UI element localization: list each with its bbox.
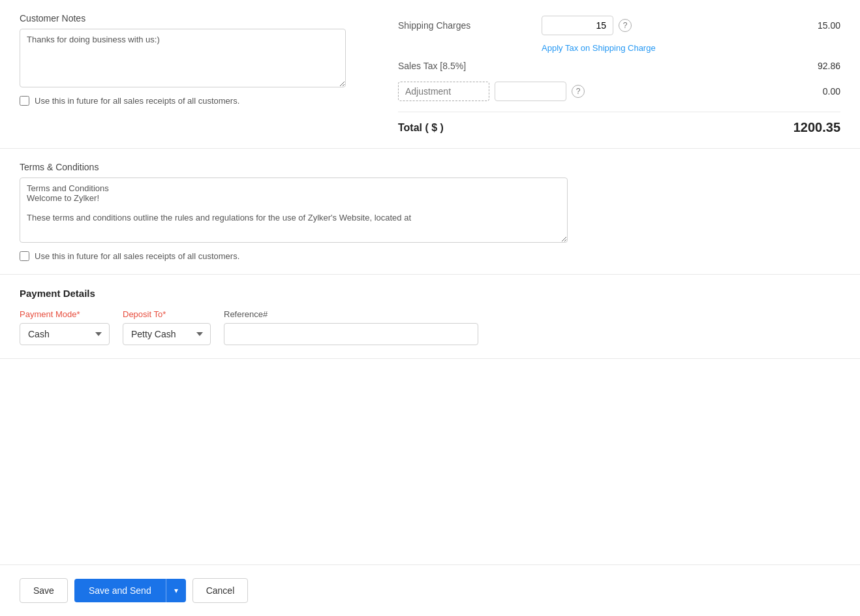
adjustment-value-input[interactable]: [495, 82, 566, 101]
customer-notes-checkbox-label: Use this in future for all sales receipt…: [35, 96, 239, 106]
sales-tax-label: Sales Tax [8.5%]: [398, 61, 542, 71]
total-row: Total ( $ ) 1200.35: [398, 120, 840, 135]
save-button[interactable]: Save: [20, 578, 68, 603]
shipping-input[interactable]: [542, 16, 613, 35]
customer-notes-textarea[interactable]: [20, 29, 346, 87]
adjustment-row: ? 0.00: [398, 82, 840, 101]
payment-details-section: Payment Details Payment Mode* Cash Check…: [0, 275, 860, 359]
deposit-to-group: Deposit To* Petty Cash Main Account Savi…: [123, 309, 211, 345]
terms-checkbox[interactable]: [20, 251, 29, 261]
payment-mode-select[interactable]: Cash Check Bank Transfer Credit Card: [20, 323, 110, 345]
save-and-send-button[interactable]: Save and Send: [74, 579, 166, 602]
apply-tax-link[interactable]: Apply Tax on Shipping Charge: [398, 43, 840, 53]
total-label: Total ( $ ): [398, 122, 542, 134]
top-section: Customer Notes Use this in future for al…: [0, 0, 860, 149]
terms-checkbox-label: Use this in future for all sales receipt…: [35, 251, 239, 261]
reference-group: Reference#: [224, 309, 478, 345]
shipping-charges-row: Shipping Charges ? 15.00: [398, 13, 840, 38]
save-and-send-group: Save and Send ▾: [74, 579, 186, 602]
terms-checkbox-row: Use this in future for all sales receipt…: [20, 251, 840, 261]
spacer: [0, 359, 860, 564]
reference-input[interactable]: [224, 323, 478, 345]
deposit-to-select[interactable]: Petty Cash Main Account Savings: [123, 323, 211, 345]
save-and-send-arrow-button[interactable]: ▾: [166, 579, 186, 602]
terms-section: Terms & Conditions Use this in future fo…: [0, 149, 860, 275]
adjustment-amount: 0.00: [590, 86, 840, 97]
sales-tax-amount: 92.86: [542, 61, 840, 71]
total-divider: [398, 112, 840, 112]
payment-details-title: Payment Details: [20, 288, 840, 299]
summary-section: Shipping Charges ? 15.00 Apply Tax on Sh…: [398, 13, 840, 135]
shipping-input-wrap: ?: [542, 16, 632, 35]
dropdown-arrow-icon: ▾: [174, 586, 178, 595]
shipping-label: Shipping Charges: [398, 20, 542, 31]
sales-tax-row: Sales Tax [8.5%] 92.86: [398, 61, 840, 71]
adjustment-label-input[interactable]: [398, 82, 489, 101]
customer-notes-section: Customer Notes Use this in future for al…: [20, 13, 385, 135]
adjustment-help-icon[interactable]: ?: [572, 85, 585, 98]
customer-notes-label: Customer Notes: [20, 13, 365, 23]
shipping-amount: 15.00: [632, 20, 840, 31]
footer-section: Save Save and Send ▾ Cancel: [0, 564, 860, 616]
terms-label: Terms & Conditions: [20, 162, 840, 172]
payment-fields: Payment Mode* Cash Check Bank Transfer C…: [20, 309, 840, 345]
payment-mode-select-wrapper: Cash Check Bank Transfer Credit Card: [20, 323, 110, 345]
payment-mode-label: Payment Mode*: [20, 309, 110, 319]
total-amount: 1200.35: [542, 120, 840, 135]
shipping-help-icon[interactable]: ?: [619, 19, 632, 32]
payment-mode-group: Payment Mode* Cash Check Bank Transfer C…: [20, 309, 110, 345]
cancel-button[interactable]: Cancel: [192, 578, 249, 603]
customer-notes-checkbox[interactable]: [20, 96, 29, 106]
customer-notes-checkbox-row: Use this in future for all sales receipt…: [20, 96, 365, 106]
reference-label: Reference#: [224, 309, 478, 319]
deposit-to-label: Deposit To*: [123, 309, 211, 319]
terms-textarea[interactable]: [20, 177, 568, 243]
page-wrapper: Customer Notes Use this in future for al…: [0, 0, 860, 616]
deposit-to-select-wrapper: Petty Cash Main Account Savings: [123, 323, 211, 345]
